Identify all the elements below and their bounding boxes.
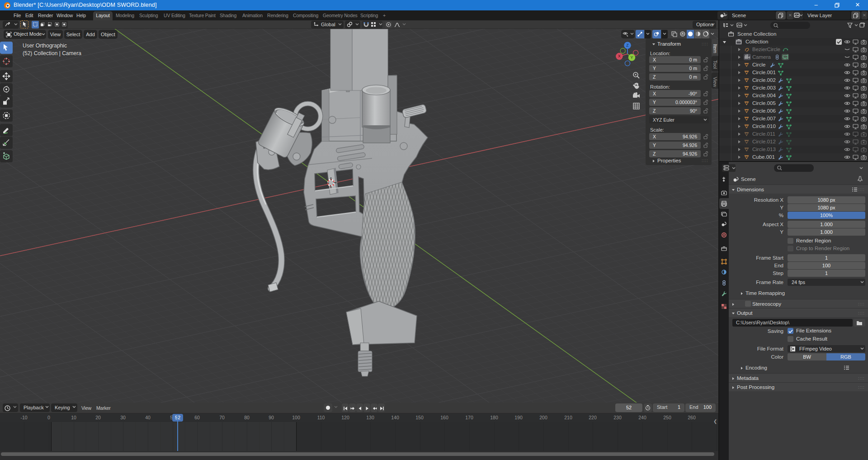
svg-text:Z: Z	[626, 43, 628, 47]
svg-text:X: X	[618, 54, 621, 58]
svg-text:Y: Y	[631, 55, 633, 60]
